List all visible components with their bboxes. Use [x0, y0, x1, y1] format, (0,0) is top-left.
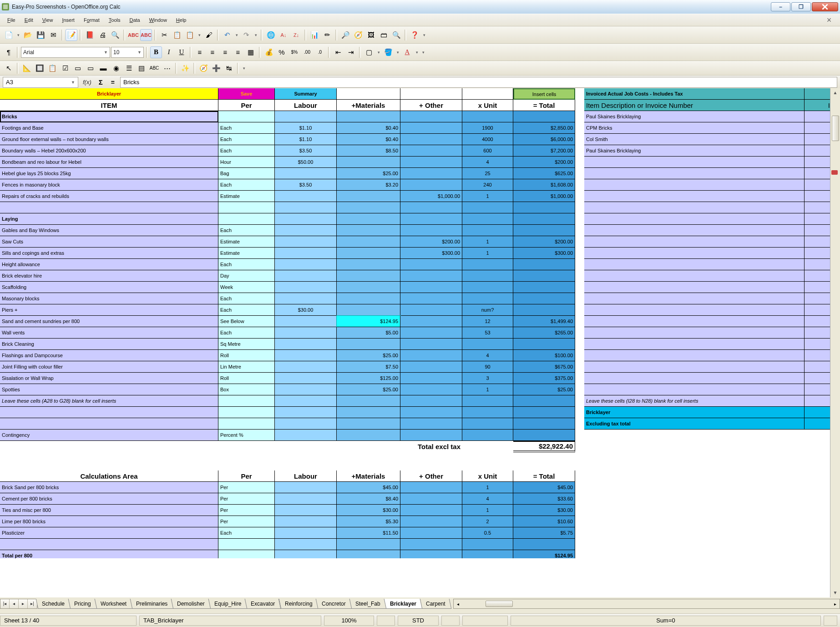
table-cell[interactable] [513, 111, 575, 122]
table-cell[interactable] [275, 225, 337, 236]
control-icon[interactable]: 🔲 [34, 62, 46, 74]
table-cell[interactable]: Roll [218, 350, 275, 361]
table-cell[interactable] [400, 505, 462, 516]
table-cell[interactable] [275, 430, 337, 441]
save-button[interactable]: Save [218, 88, 275, 100]
table-cell[interactable]: $3.50 [275, 179, 337, 191]
table-cell[interactable] [275, 293, 337, 304]
table-cell[interactable] [584, 316, 805, 327]
decrease-indent-icon[interactable]: ⇤ [332, 46, 344, 58]
sheet-tab-worksheet[interactable]: Worksheet [94, 599, 132, 609]
tab-first-icon[interactable]: |◂ [0, 599, 10, 608]
function-wizard-icon[interactable]: f(x) [81, 79, 93, 86]
sheet-tab-concretor[interactable]: Concretor [316, 599, 352, 609]
table-cell[interactable]: Wall vents [0, 327, 218, 339]
table-cell[interactable] [462, 202, 513, 213]
form-toolbar-overflow[interactable]: ▾ [241, 66, 247, 71]
fontcolor-icon[interactable]: A [401, 46, 413, 58]
vertical-scrollbar[interactable]: ▲ ▼ [830, 88, 840, 597]
table-cell[interactable]: Estimate [218, 248, 275, 259]
table-cell[interactable] [462, 339, 513, 350]
table-cell[interactable]: Paul Skaines Bricklaying [584, 111, 805, 122]
paste-dropdown[interactable]: ▾ [197, 33, 202, 37]
table-cell[interactable] [584, 270, 805, 282]
sheet-tab-schedule[interactable]: Schedule [36, 599, 71, 609]
table-cell[interactable]: $45.00 [513, 482, 575, 493]
table-cell[interactable] [275, 339, 337, 350]
table-cell[interactable]: Sand and cement sundries per 800 [0, 316, 218, 327]
paste-icon[interactable]: 📋 [184, 29, 196, 41]
sheet-tab-carpent[interactable]: Carpent [420, 599, 451, 609]
table-cell[interactable]: 4 [462, 157, 513, 168]
checkbox-icon[interactable]: ☑ [59, 62, 71, 74]
tab-last-icon[interactable]: ▸| [28, 599, 37, 608]
table-cell[interactable] [275, 361, 337, 373]
table-cell[interactable] [337, 213, 400, 225]
table-cell[interactable]: Saw Cuts [0, 236, 218, 248]
table-cell[interactable] [337, 191, 400, 202]
table-cell[interactable]: Each [218, 145, 275, 157]
align-justify-icon[interactable]: ≡ [232, 46, 244, 58]
table-cell[interactable] [275, 202, 337, 213]
table-cell[interactable]: $5.30 [337, 516, 400, 527]
table-cell[interactable]: $1,499.40 [513, 316, 575, 327]
menu-view[interactable]: View [38, 15, 58, 25]
tab-next-icon[interactable]: ▸ [19, 599, 28, 608]
table-cell[interactable]: $0.40 [337, 122, 400, 134]
menu-window[interactable]: Window [145, 15, 172, 25]
table-cell[interactable]: 1 [462, 384, 513, 395]
table-cell[interactable] [275, 327, 337, 339]
table-cell[interactable] [275, 395, 337, 407]
table-cell[interactable] [400, 111, 462, 122]
table-cell[interactable]: 3 [462, 373, 513, 384]
table-cell[interactable] [400, 259, 462, 270]
table-cell[interactable] [584, 213, 805, 225]
summary-button[interactable]: Summary [275, 88, 337, 100]
table-cell[interactable] [275, 213, 337, 225]
table-cell[interactable] [584, 293, 805, 304]
table-cell[interactable] [462, 293, 513, 304]
table-cell[interactable] [462, 418, 513, 430]
table-cell[interactable] [0, 418, 218, 430]
table-cell[interactable] [275, 236, 337, 248]
status-zoom[interactable]: 100% [324, 616, 374, 626]
table-cell[interactable]: Gables and Bay Windows [0, 225, 218, 236]
table-cell[interactable] [400, 373, 462, 384]
format-paintbrush-icon[interactable]: 🖌 [203, 29, 215, 41]
table-cell[interactable]: Each [218, 304, 275, 316]
table-cell[interactable] [400, 407, 462, 418]
table-cell[interactable] [584, 304, 805, 316]
table-cell[interactable]: Each [218, 327, 275, 339]
table-cell[interactable] [462, 213, 513, 225]
table-cell[interactable]: Leave these cells (A28 to G28) blank for… [0, 395, 218, 407]
table-cell[interactable]: Paul Skaines Bricklaying [584, 145, 805, 157]
table-cell[interactable] [337, 202, 400, 213]
table-cell[interactable]: $25.00 [337, 384, 400, 395]
hscroll-thumb[interactable] [486, 601, 513, 607]
menu-edit[interactable]: Edit [20, 15, 38, 25]
table-cell[interactable] [0, 202, 218, 213]
table-cell[interactable] [337, 282, 400, 293]
table-cell[interactable]: Plasticizer [0, 527, 218, 539]
table-cell[interactable] [337, 225, 400, 236]
bgcolor-icon[interactable]: 🪣 [382, 46, 394, 58]
table-cell[interactable] [400, 418, 462, 430]
table-cell[interactable]: $200.00 [513, 236, 575, 248]
table-cell[interactable] [400, 225, 462, 236]
table-cell[interactable]: 53 [462, 327, 513, 339]
toolbar-overflow[interactable]: ▾ [421, 33, 427, 37]
table-cell[interactable]: Cement per 800 bricks [0, 493, 218, 505]
table-cell[interactable]: $125.00 [337, 373, 400, 384]
table-cell[interactable]: $1,000.00 [400, 191, 462, 202]
table-cell[interactable]: $25.00 [337, 350, 400, 361]
new-doc-dropdown[interactable]: ▾ [15, 33, 21, 37]
table-cell[interactable]: Per [218, 516, 275, 527]
table-cell[interactable] [584, 202, 805, 213]
font-size-combo[interactable]: 10▼ [111, 47, 144, 58]
table-cell[interactable] [513, 395, 575, 407]
table-cell[interactable] [218, 213, 275, 225]
sort-desc-icon[interactable]: Z↓ [290, 29, 302, 41]
table-cell[interactable]: 4 [462, 493, 513, 505]
align-left-icon[interactable]: ≡ [194, 46, 206, 58]
table-cell[interactable]: Masonary blocks [0, 293, 218, 304]
